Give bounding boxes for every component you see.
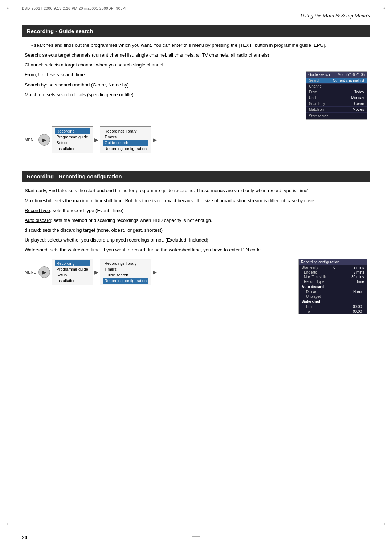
menu-col1-2-item-setup: Setup (55, 272, 89, 278)
menu-col2-2-item-timers: Timers (103, 266, 148, 272)
discard-text: : sets the discarding target (none, olde… (40, 227, 163, 233)
discard-item: discard: sets the discarding target (non… (25, 227, 367, 234)
record-type-text: : sets the record type (Event, Time) (50, 208, 123, 213)
guide-search-screen-title: Guide search Mon 27/06 21:05 (306, 72, 367, 78)
menu-col1-item-setup: Setup (55, 140, 89, 146)
watershed-item: Watershed: sets the watershed time. If y… (25, 246, 367, 254)
menu-col1-item-recording: Recording (55, 128, 89, 134)
start-end-text: : sets the start and end timing for prog… (66, 188, 310, 193)
rconfig-row-to: - To 00:00 (299, 309, 367, 314)
section1-intro: searches and finds out the programmes wh… (31, 42, 367, 49)
screen-row-searchby: Search by Genre (306, 101, 367, 107)
chapter-title: Using the Main & Setup Menu's (22, 13, 370, 19)
menu-col2-item-rconfig: Recording configuration (103, 146, 148, 151)
menu-col2-item-timers: Timers (103, 134, 148, 140)
side-line-left (11, 44, 11, 511)
page-wrapper: + + + + DSD-9502T 2006.9.13 2:16 PM 20 m… (0, 0, 392, 555)
menu-col2-2-item-rlib: Recordings library (103, 260, 148, 266)
watershed-label: Watershed (25, 247, 47, 252)
menu-diagram-2: MENU ▶ Recording Programme guide Setup I… (25, 259, 295, 285)
menu-col1-item-guide: Programme guide (55, 134, 89, 140)
page-number: 20 (22, 535, 28, 540)
menu-label-1: MENU (25, 138, 36, 142)
max-timeshift-text: : sets the maximum timeshift time. But t… (53, 198, 315, 203)
menu-label-2: MENU (25, 270, 36, 274)
rconfig-row-start-early: Start early 0 2 mins (299, 265, 367, 270)
watershed-text: : sets the watershed time. If you want t… (47, 247, 262, 252)
menu-diagram-1: MENU ▶ Recording Programme guide Setup I… (25, 126, 367, 153)
menu-col2-2-item-rconfig: Recording configuration (103, 278, 148, 284)
search-by-item: Search by: sets search method (Genre, Na… (25, 81, 303, 89)
channel-label: Channel (25, 62, 42, 68)
menu-col1-2: Recording Programme guide Setup Installa… (52, 259, 93, 285)
rconfig-section-watershed: Watershed (299, 299, 367, 304)
section2-content: Start early, End late: sets the start an… (22, 187, 370, 314)
rconfig-row-max-timeshift: Max Timeshift 30 mins (299, 275, 367, 279)
record-type-label: Record type (25, 208, 50, 213)
menu-col2-1: Recordings library Timers Guide search R… (100, 126, 151, 153)
unplayed-label: Unplayed (25, 237, 45, 243)
channel-item: Channel: selects a target channel when y… (25, 61, 367, 69)
arrow-right-1: ▶ (94, 137, 98, 143)
menu-circle-btn-1[interactable]: ▶ (38, 134, 50, 146)
search-item: Search: selects target channels (current… (25, 52, 367, 59)
menu-circle-btn-2[interactable]: ▶ (38, 266, 50, 278)
start-end-label: Start early, End late (25, 188, 66, 193)
auto-discard-label: Auto discard (25, 218, 51, 223)
from-until-text: : sets search time (48, 72, 85, 77)
unplayed-item: Unplayed: selects whether you discard un… (25, 236, 367, 244)
section2-diagram-area: MENU ▶ Recording Programme guide Setup I… (25, 259, 367, 314)
section-divider (22, 162, 370, 171)
screen-start-search: Start search... (306, 113, 367, 119)
discard-label: discard (25, 227, 40, 233)
corner-mark-bl: + (7, 522, 9, 526)
auto-discard-text: : sets the method of discarding recordin… (51, 218, 212, 223)
screen-row-matchon: Match on Movies (306, 107, 367, 113)
arrow-right-3: ▶ (94, 269, 98, 275)
menu-col1-2-item-install: Installation (55, 278, 89, 284)
rconfig-screen-title: Recording configuration (299, 259, 367, 265)
menu-col1-1: Recording Programme guide Setup Installa… (52, 126, 93, 153)
section1-header: Recording - Guide search (22, 25, 370, 37)
record-type-item: Record type: sets the record type (Event… (25, 207, 367, 214)
auto-discard-item: Auto discard: sets the method of discard… (25, 217, 367, 224)
menu-col1-2-item-recording: Recording (55, 260, 89, 266)
section1-text-block: From, Until: sets search time Search by:… (25, 71, 303, 101)
rconfig-row-unplayed: - Unplayed (299, 294, 367, 299)
rconfig-row-record-type: Record Type Time (299, 279, 367, 284)
max-timeshift-label: Max timeshift (25, 198, 53, 203)
rconfig-section-autodiscard: Auto discard (299, 284, 367, 289)
rconfig-row-discard: - Discard None (299, 289, 367, 294)
search-label: Search (25, 52, 40, 58)
match-on-item: Match on: sets search details (specific … (25, 91, 303, 98)
search-by-label: Search by (25, 82, 46, 88)
arrow-right-4: ▶ (153, 269, 157, 275)
unplayed-text: : selects whether you discard unplayed r… (45, 237, 208, 243)
print-header: DSD-9502T 2006.9.13 2:16 PM 20 mac001 20… (22, 7, 370, 11)
bottom-crosshair (192, 533, 200, 540)
corner-mark-tl: + (7, 7, 9, 11)
menu-col2-2-item-guide: Guide search (103, 272, 148, 278)
screen-row-channel: Channel (306, 84, 367, 89)
corner-mark-br: + (383, 522, 385, 526)
menu-col1-item-install: Installation (55, 146, 89, 151)
arrow-right-2: ▶ (153, 137, 157, 143)
menu-col2-item-rlib: Recordings library (103, 128, 148, 134)
search-by-text: : sets search method (Genre, Name by) (46, 82, 129, 88)
section1-content: searches and finds out the programmes wh… (22, 42, 370, 153)
rconfig-row-end-late: End late 2 mins (299, 270, 367, 275)
start-end-item: Start early, End late: sets the start an… (25, 187, 367, 194)
from-until-item: From, Until: sets search time (25, 71, 303, 78)
recording-config-screen: Recording configuration Start early 0 2 … (298, 259, 367, 314)
rconfig-row-from: - From 00:00 (299, 304, 367, 309)
guide-search-screen: Guide search Mon 27/06 21:05 Search Curr… (306, 71, 367, 120)
search-text: : selects target channels (current chann… (40, 52, 269, 58)
screen-row-from: From Today (306, 89, 367, 95)
max-timeshift-item: Max timeshift: sets the maximum timeshif… (25, 197, 367, 204)
match-on-text: : sets search details (specific genre or… (44, 92, 133, 97)
screen-row-search: Search Current channel list (306, 78, 367, 84)
screen-row-until: Until Monday (306, 95, 367, 101)
section2-header: Recording - Recording configuration (22, 171, 370, 182)
menu-col2-item-guide: Guide search (103, 140, 148, 146)
side-line-right (381, 44, 381, 511)
